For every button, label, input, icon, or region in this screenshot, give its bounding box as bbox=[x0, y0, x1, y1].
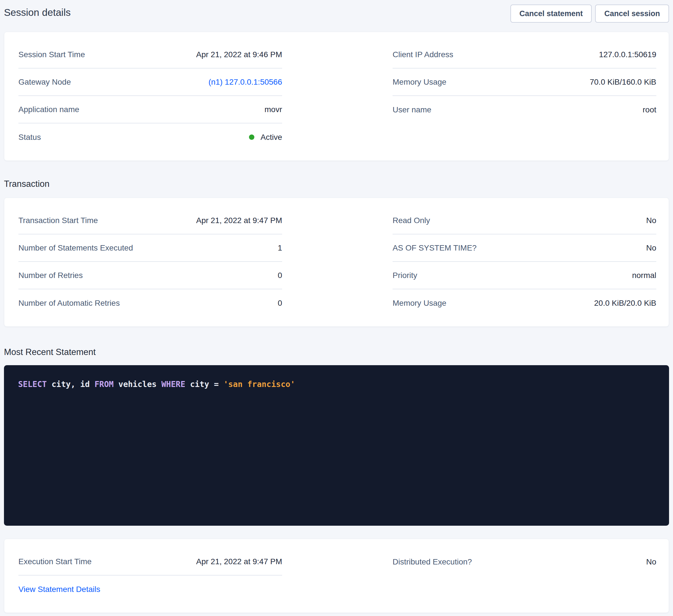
row-number-of-retries: Number of Retries 0 bbox=[18, 262, 282, 289]
as-of-system-time-value: No bbox=[646, 244, 656, 253]
page-title: Session details bbox=[4, 6, 70, 19]
execution-details-card: Execution Start Time Apr 21, 2022 at 9:4… bbox=[4, 539, 669, 613]
row-status: Status Active bbox=[18, 123, 282, 151]
row-automatic-retries: Number of Automatic Retries 0 bbox=[18, 289, 282, 317]
row-execution-start-time: Execution Start Time Apr 21, 2022 at 9:4… bbox=[18, 548, 282, 576]
distributed-execution-value: No bbox=[646, 557, 656, 567]
execution-card-left-column: Execution Start Time Apr 21, 2022 at 9:4… bbox=[18, 548, 282, 603]
execution-start-time-label: Execution Start Time bbox=[18, 557, 91, 566]
transaction-section-title: Transaction bbox=[4, 179, 669, 189]
user-name-value: root bbox=[643, 105, 656, 114]
view-statement-details-link[interactable]: View Statement Details bbox=[18, 585, 100, 594]
status-label: Status bbox=[18, 133, 41, 142]
application-name-value: movr bbox=[264, 105, 282, 114]
cancel-statement-button[interactable]: Cancel statement bbox=[510, 5, 592, 23]
row-user-name: User name root bbox=[393, 96, 656, 123]
transaction-card-left-column: Transaction Start Time Apr 21, 2022 at 9… bbox=[18, 207, 282, 317]
number-of-retries-label: Number of Retries bbox=[18, 271, 83, 280]
transaction-card-right-column: Read Only No AS OF SYSTEM TIME? No Prior… bbox=[393, 207, 656, 317]
gateway-node-label: Gateway Node bbox=[18, 77, 71, 87]
gateway-node-link[interactable]: (n1) 127.0.0.1:50566 bbox=[208, 77, 282, 87]
sql-keyword: WHERE bbox=[162, 380, 185, 389]
execution-card-right-column: Distributed Execution? No bbox=[393, 548, 656, 603]
execution-start-time-value: Apr 21, 2022 at 9:47 PM bbox=[196, 557, 282, 566]
priority-label: Priority bbox=[393, 271, 417, 280]
session-details-card: Session Start Time Apr 21, 2022 at 9:46 … bbox=[4, 32, 669, 161]
session-card-right-column: Client IP Address 127.0.0.1:50619 Memory… bbox=[393, 41, 656, 151]
most-recent-statement-title: Most Recent Statement bbox=[4, 347, 669, 357]
row-session-start-time: Session Start Time Apr 21, 2022 at 9:46 … bbox=[18, 41, 282, 68]
session-card-left-column: Session Start Time Apr 21, 2022 at 9:46 … bbox=[18, 41, 282, 151]
sql-statement: SELECT city, id FROM vehicles WHERE city… bbox=[18, 379, 655, 390]
automatic-retries-value: 0 bbox=[278, 299, 282, 308]
application-name-label: Application name bbox=[18, 105, 79, 114]
statements-executed-label: Number of Statements Executed bbox=[18, 244, 133, 253]
row-read-only: Read Only No bbox=[393, 207, 656, 234]
row-client-ip-address: Client IP Address 127.0.0.1:50619 bbox=[393, 41, 656, 68]
client-ip-value: 127.0.0.1:50619 bbox=[599, 50, 656, 59]
statements-executed-value: 1 bbox=[278, 244, 282, 253]
header-actions: Cancel statement Cancel session bbox=[510, 5, 669, 23]
row-priority: Priority normal bbox=[393, 262, 656, 289]
row-statements-executed: Number of Statements Executed 1 bbox=[18, 234, 282, 262]
read-only-value: No bbox=[646, 216, 656, 225]
sql-code-block: SELECT city, id FROM vehicles WHERE city… bbox=[4, 365, 669, 526]
transaction-card: Transaction Start Time Apr 21, 2022 at 9… bbox=[4, 198, 669, 327]
session-start-time-value: Apr 21, 2022 at 9:46 PM bbox=[196, 50, 282, 59]
sql-keyword: FROM bbox=[94, 380, 114, 389]
status-value: Active bbox=[261, 133, 282, 142]
session-memory-usage-value: 70.0 KiB/160.0 KiB bbox=[590, 77, 656, 87]
row-transaction-memory-usage: Memory Usage 20.0 KiB/20.0 KiB bbox=[393, 289, 656, 317]
client-ip-label: Client IP Address bbox=[393, 50, 453, 59]
row-application-name: Application name movr bbox=[18, 96, 282, 123]
cancel-session-button[interactable]: Cancel session bbox=[595, 5, 669, 23]
sql-string-literal: 'san francisco' bbox=[223, 380, 295, 389]
priority-value: normal bbox=[632, 271, 656, 280]
transaction-start-time-value: Apr 21, 2022 at 9:47 PM bbox=[196, 216, 282, 225]
status-badge: Active bbox=[249, 133, 282, 142]
sql-keyword: SELECT bbox=[18, 380, 47, 389]
transaction-memory-usage-value: 20.0 KiB/20.0 KiB bbox=[594, 299, 656, 308]
status-active-dot-icon bbox=[249, 134, 254, 140]
session-memory-usage-label: Memory Usage bbox=[393, 77, 446, 87]
sql-text: city, id bbox=[47, 380, 94, 389]
row-transaction-start-time: Transaction Start Time Apr 21, 2022 at 9… bbox=[18, 207, 282, 234]
read-only-label: Read Only bbox=[393, 216, 430, 225]
user-name-label: User name bbox=[393, 105, 431, 114]
sql-text: vehicles bbox=[114, 380, 162, 389]
row-distributed-execution: Distributed Execution? No bbox=[393, 548, 656, 576]
distributed-execution-label: Distributed Execution? bbox=[393, 557, 472, 567]
session-start-time-label: Session Start Time bbox=[18, 50, 85, 59]
row-view-statement-details: View Statement Details bbox=[18, 576, 282, 603]
row-session-memory-usage: Memory Usage 70.0 KiB/160.0 KiB bbox=[393, 68, 656, 96]
page-header: Session details Cancel statement Cancel … bbox=[0, 0, 673, 23]
transaction-memory-usage-label: Memory Usage bbox=[393, 299, 446, 308]
automatic-retries-label: Number of Automatic Retries bbox=[18, 299, 120, 308]
row-as-of-system-time: AS OF SYSTEM TIME? No bbox=[393, 234, 656, 262]
number-of-retries-value: 0 bbox=[278, 271, 282, 280]
as-of-system-time-label: AS OF SYSTEM TIME? bbox=[393, 244, 477, 253]
transaction-start-time-label: Transaction Start Time bbox=[18, 216, 98, 225]
sql-text: city = bbox=[185, 380, 223, 389]
row-gateway-node: Gateway Node (n1) 127.0.0.1:50566 bbox=[18, 68, 282, 96]
